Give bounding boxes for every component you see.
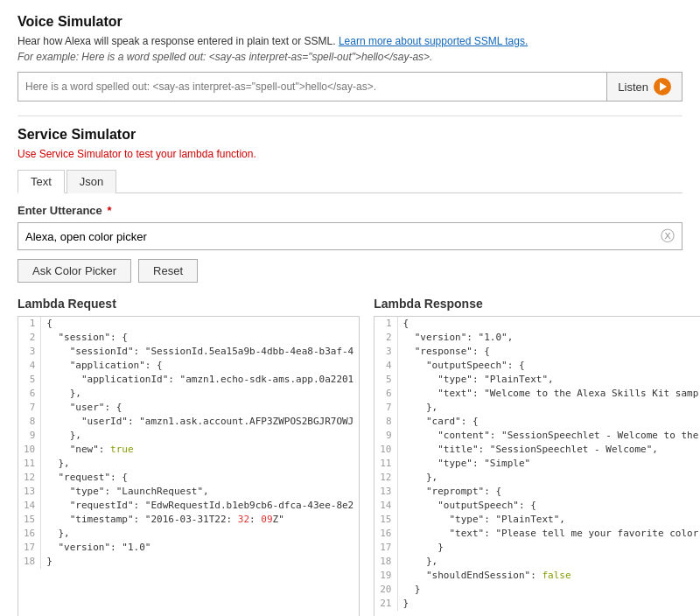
action-buttons: Ask Color Picker Reset	[18, 259, 682, 283]
table-row: 13 "reprompt": {	[374, 485, 700, 499]
lambda-request-panel: Lambda Request 1{2 "session": {3 "sessio…	[18, 297, 360, 616]
voice-example: For example: Here is a word spelled out:…	[18, 51, 682, 63]
utterance-label: Enter Utterance *	[18, 204, 682, 217]
voice-input-row: Listen	[18, 72, 682, 102]
voice-listen-button[interactable]: Listen	[606, 72, 682, 102]
tab-text[interactable]: Text	[18, 170, 65, 193]
page-container: Voice Simulator Hear how Alexa will spea…	[0, 0, 700, 616]
table-row: 4 "application": {	[18, 359, 359, 373]
lambda-request-scroll[interactable]: 1{2 "session": {3 "sessionId": "SessionI…	[18, 317, 359, 616]
table-row: 12 },	[374, 471, 700, 485]
table-row: 15 "type": "PlainText",	[374, 513, 700, 527]
table-row: 21}	[374, 597, 700, 611]
table-row: 1{	[18, 317, 359, 331]
listen-label: Listen	[618, 80, 648, 94]
service-description: Use Service Simulator to test your lambd…	[18, 148, 682, 160]
table-row: 10 "title": "SessionSpeechlet - Welcome"…	[374, 443, 700, 457]
table-row: 6 "text": "Welcome to the Alexa Skills K…	[374, 387, 700, 401]
table-row: 18 },	[374, 555, 700, 569]
table-row: 1{	[374, 317, 700, 331]
lambda-response-title: Lambda Response	[374, 297, 700, 311]
lambda-request-table: 1{2 "session": {3 "sessionId": "SessionI…	[18, 317, 359, 569]
lambda-response-table: 1{2 "version": "1.0",3 "response": {4 "o…	[374, 317, 700, 611]
table-row: 8 "card": {	[374, 415, 700, 429]
table-row: 9 },	[18, 429, 359, 443]
table-row: 8 "userId": "amzn1.ask.account.AFP3ZWPOS…	[18, 415, 359, 429]
reset-button[interactable]: Reset	[138, 259, 198, 283]
ask-color-picker-button[interactable]: Ask Color Picker	[18, 259, 131, 283]
table-row: 18}	[18, 555, 359, 569]
tabs-row: Text Json	[18, 169, 682, 193]
table-row: 14 "outputSpeech": {	[374, 499, 700, 513]
required-marker: *	[104, 204, 112, 217]
table-row: 20 }	[374, 583, 700, 597]
voice-play-icon	[654, 78, 671, 95]
table-row: 16 "text": "Please tell me your favorite…	[374, 527, 700, 541]
lambda-panels: Lambda Request 1{2 "session": {3 "sessio…	[18, 297, 682, 616]
ssml-link[interactable]: Learn more about supported SSML tags.	[339, 35, 528, 47]
table-row: 2 "session": {	[18, 331, 359, 345]
table-row: 12 "request": {	[18, 471, 359, 485]
lambda-request-code[interactable]: 1{2 "session": {3 "sessionId": "SessionI…	[18, 316, 360, 616]
table-row: 14 "requestId": "EdwRequestId.b1eb9cb6-d…	[18, 499, 359, 513]
table-row: 11 },	[18, 457, 359, 471]
table-row: 16 },	[18, 527, 359, 541]
utterance-clear-button[interactable]: ⓧ	[657, 226, 678, 247]
table-row: 7 },	[374, 401, 700, 415]
voice-simulator-section: Voice Simulator Hear how Alexa will spea…	[18, 14, 682, 116]
service-simulator-title: Service Simulator	[18, 127, 682, 143]
table-row: 17 "version": "1.0"	[18, 541, 359, 555]
section-divider	[18, 116, 682, 116]
table-row: 19 "shouldEndSession": false	[374, 569, 700, 583]
lambda-response-scroll[interactable]: 1{2 "version": "1.0",3 "response": {4 "o…	[374, 317, 700, 616]
lambda-response-code[interactable]: 1{2 "version": "1.0",3 "response": {4 "o…	[374, 316, 700, 616]
lambda-request-title: Lambda Request	[18, 297, 360, 311]
lambda-response-panel: Lambda Response 1{2 "version": "1.0",3 "…	[374, 297, 700, 616]
table-row: 9 "content": "SessionSpeechlet - Welcome…	[374, 429, 700, 443]
table-row: 15 "timestamp": "2016-03-31T22: 32: 09Z"	[18, 513, 359, 527]
table-row: 3 "response": {	[374, 345, 700, 359]
tab-json[interactable]: Json	[66, 170, 116, 193]
table-row: 5 "applicationId": "amzn1.echo-sdk-ams.a…	[18, 373, 359, 387]
table-row: 7 "user": {	[18, 401, 359, 415]
table-row: 17 }	[374, 541, 700, 555]
table-row: 10 "new": true	[18, 443, 359, 457]
table-row: 2 "version": "1.0",	[374, 331, 700, 345]
table-row: 6 },	[18, 387, 359, 401]
play-triangle-icon	[660, 82, 667, 91]
table-row: 5 "type": "PlainText",	[374, 373, 700, 387]
voice-description: Hear how Alexa will speak a response ent…	[18, 35, 682, 47]
voice-simulator-title: Voice Simulator	[18, 14, 682, 30]
table-row: 3 "sessionId": "SessionId.5ea15a9b-4dbb-…	[18, 345, 359, 359]
utterance-input-row: ⓧ	[18, 222, 682, 250]
table-row: 13 "type": "LaunchRequest",	[18, 485, 359, 499]
table-row: 4 "outputSpeech": {	[374, 359, 700, 373]
service-simulator-section: Service Simulator Use Service Simulator …	[18, 127, 682, 297]
utterance-input[interactable]	[18, 223, 657, 249]
voice-input[interactable]	[18, 72, 606, 102]
table-row: 11 "type": "Simple"	[374, 457, 700, 471]
